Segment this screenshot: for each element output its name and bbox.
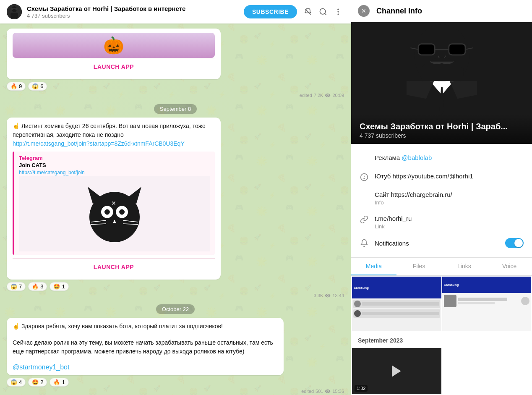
link-icon-container — [360, 215, 369, 224]
message-time: 20:09 — [332, 93, 344, 98]
message-meta-3: edited 501 15:36 — [7, 388, 344, 394]
svg-text:✕: ✕ — [111, 200, 116, 207]
media-item-2[interactable]: Samsung — [442, 277, 532, 331]
info-item-site: Сайт https://chargebrain.ru/ Info — [351, 186, 532, 210]
svg-point-48 — [364, 178, 365, 179]
mute-icon — [304, 8, 312, 16]
reaction-emoji: 🔥 — [10, 83, 17, 89]
bot-link[interactable]: @startmoney1_bot — [13, 364, 69, 371]
media-item-video[interactable]: 1:32 — [352, 348, 441, 394]
message-meta-2: 3.3K 13:44 — [7, 293, 344, 298]
reaction-fire-2[interactable]: 🔥 3 — [28, 282, 47, 291]
views-count-2: 3.3K — [314, 293, 323, 298]
chat-panel: 🌟 🍕 🎮 🚀 🍔 ⚡ — [0, 0, 351, 395]
panel-title: Channel Info — [376, 7, 422, 16]
preview-link[interactable]: https://t.me/catsgang_bot/join — [19, 170, 85, 175]
reaction-scared-2[interactable]: 😱 7 — [7, 282, 26, 291]
launch-app-button-2[interactable]: LAUNCH APP — [13, 258, 215, 275]
message-time-2: 13:44 — [332, 293, 344, 298]
preview-source: Telegram — [19, 155, 210, 161]
notifications-toggle[interactable] — [505, 238, 524, 248]
reaction-fire-3[interactable]: 🔥 1 — [50, 378, 68, 387]
reaction-scared-1[interactable]: 😱 6 — [28, 82, 47, 91]
reaction-star-2[interactable]: 🤩 1 — [50, 282, 68, 291]
message-bubble: 🎃 LAUNCH APP — [7, 29, 221, 79]
edited-label: edited — [300, 93, 312, 98]
reaction-star-3[interactable]: 🤩 2 — [28, 378, 47, 387]
reaction-count: 7 — [19, 283, 22, 290]
date-label: September 8 — [154, 104, 197, 114]
cats-link[interactable]: http://t.me/catsgang_bot/join?startapp=8… — [13, 140, 185, 147]
reaction-scared-3[interactable]: 😱 4 — [7, 378, 26, 387]
svg-rect-34 — [449, 44, 465, 55]
reaction-emoji: 😱 — [32, 83, 39, 89]
message-bubble-2: ☝ Листинг хомяка будет 26 сентября. Вот … — [7, 118, 221, 280]
search-icon — [319, 8, 327, 16]
media-thumb-1: Samsung — [352, 277, 441, 331]
svg-point-14 — [320, 9, 326, 14]
reaction-count: 4 — [19, 379, 22, 385]
tab-voice[interactable]: Voice — [487, 258, 532, 275]
info-item-youtube: Ютуб https://youtube.com/@horhi1 — [351, 167, 532, 186]
header-info: Схемы Заработка от Horhi | Заработок в и… — [27, 5, 239, 19]
tab-files[interactable]: Files — [396, 258, 442, 275]
chat-messages[interactable]: 🎃 LAUNCH APP 🔥 9 😱 6 edited 7.2K 20:09 S… — [0, 24, 351, 395]
more-button[interactable] — [332, 6, 344, 18]
info-items: Реклама @bablolab Ютуб https://youtube.c… — [351, 144, 532, 257]
search-button[interactable] — [317, 6, 329, 18]
info-icon-2 — [360, 191, 369, 200]
video-duration: 1:32 — [355, 385, 368, 392]
reaction-fire-1[interactable]: 🔥 9 — [7, 82, 26, 91]
svg-rect-33 — [418, 44, 435, 55]
avatar — [7, 4, 22, 19]
views-count: 7.2K — [314, 93, 323, 98]
media-tabs: Media Files Links Voice — [351, 257, 532, 276]
reactions-1: 🔥 9 😱 6 — [7, 82, 344, 91]
channel-overlay-title: Схемы Заработка от Horhi | Зараб... — [360, 121, 524, 131]
header-actions — [302, 6, 344, 18]
eye-icon-2 — [325, 293, 331, 298]
link-text: t.me/horhi_ru — [375, 214, 524, 223]
close-panel-button[interactable]: ✕ — [358, 5, 370, 17]
subscriber-count: 4 737 subscribers — [27, 13, 239, 19]
svg-point-18 — [337, 13, 339, 15]
preview-title: Join CATS — [19, 162, 210, 168]
section-date: September 2023 — [358, 337, 403, 344]
tab-media[interactable]: Media — [351, 258, 396, 275]
info-panel-header: ✕ Channel Info — [351, 0, 532, 22]
svg-line-15 — [325, 13, 326, 15]
reaction-count: 3 — [40, 283, 43, 290]
link-label: Link — [375, 223, 524, 230]
subscribe-button[interactable]: SUBSCRIBE — [244, 5, 297, 18]
svg-point-16 — [337, 9, 339, 10]
reaction-count: 1 — [62, 379, 65, 385]
info-icon — [360, 173, 369, 182]
reaction-count: 2 — [40, 379, 43, 385]
channel-name-overlay: Схемы Заработка от Horhi | Зараб... 4 73… — [351, 115, 532, 144]
message-time-3: 15:36 — [332, 389, 344, 394]
reaction-count: 6 — [40, 83, 43, 89]
avatar-icon — [7, 4, 22, 19]
media-item-1[interactable]: Samsung — [352, 277, 441, 331]
edited-label-3: edited — [301, 389, 314, 394]
info-item-ad: Реклама @bablolab — [351, 149, 532, 167]
play-icon — [389, 364, 404, 379]
bell-icon-container — [360, 238, 369, 248]
mute-button[interactable] — [302, 6, 314, 18]
close-icon: ✕ — [361, 8, 366, 14]
media-grid: Samsung Samsung — [351, 276, 532, 332]
launch-app-button-1[interactable]: LAUNCH APP — [13, 58, 215, 75]
september-section: September 2023 — [351, 332, 532, 347]
ad-link[interactable]: @bablolab — [402, 154, 432, 161]
tab-links[interactable]: Links — [442, 258, 487, 275]
message-bubble-3: ☝ Здарова ребята, хочу вам показать бота… — [7, 318, 284, 375]
cat-image: ✕ — [19, 176, 210, 251]
eye-icon — [325, 92, 331, 98]
message-text-3a: ☝ Здарова ребята, хочу вам показать бота… — [13, 322, 278, 331]
eye-icon-3 — [325, 388, 331, 394]
media-grid-2: 1:32 — [351, 347, 532, 395]
date-separator-oct22: October 22 — [7, 305, 344, 313]
bell-icon — [360, 239, 368, 247]
site-label: Info — [375, 199, 524, 206]
youtube-text: Ютуб https://youtube.com/@horhi1 — [375, 172, 524, 180]
